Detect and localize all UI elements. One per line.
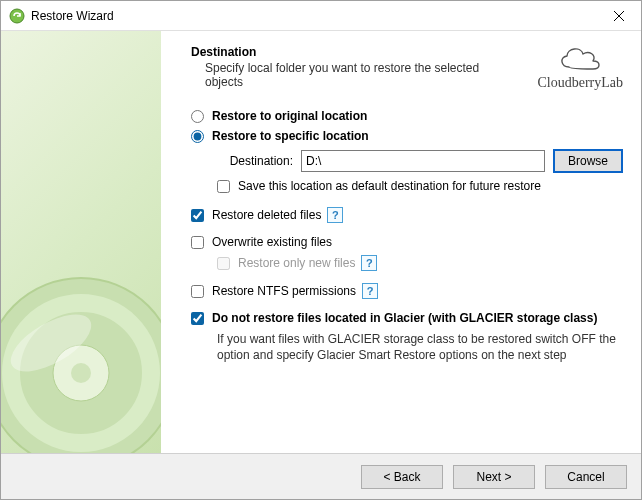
save-default-checkbox[interactable] — [217, 180, 230, 193]
glacier-skip-label: Do not restore files located in Glacier … — [212, 311, 597, 325]
glacier-note: If you want files with GLACIER storage c… — [217, 331, 623, 363]
next-button[interactable]: Next > — [453, 465, 535, 489]
radio-specific-row[interactable]: Restore to specific location — [191, 129, 623, 143]
restore-only-new-checkbox — [217, 257, 230, 270]
back-button[interactable]: < Back — [361, 465, 443, 489]
page-title: Destination — [191, 45, 537, 59]
destination-label: Destination: — [217, 154, 293, 168]
save-default-label: Save this location as default destinatio… — [238, 179, 541, 193]
brand-logo: CloudberryLab — [537, 41, 623, 91]
radio-original-label: Restore to original location — [212, 109, 367, 123]
restore-deleted-checkbox[interactable] — [191, 209, 204, 222]
overwrite-row[interactable]: Overwrite existing files — [191, 235, 623, 249]
save-default-row[interactable]: Save this location as default destinatio… — [217, 179, 623, 193]
options-group: Restore to original location Restore to … — [191, 109, 623, 363]
restore-ntfs-row[interactable]: Restore NTFS permissions ? — [191, 283, 623, 299]
page-subtitle: Specify local folder you want to restore… — [205, 61, 485, 89]
cancel-button[interactable]: Cancel — [545, 465, 627, 489]
radio-specific-label: Restore to specific location — [212, 129, 369, 143]
restore-only-new-row: Restore only new files ? — [217, 255, 623, 271]
browse-button[interactable]: Browse — [553, 149, 623, 173]
window-title: Restore Wizard — [31, 9, 596, 23]
help-icon[interactable]: ? — [362, 283, 378, 299]
help-icon[interactable]: ? — [327, 207, 343, 223]
footer: < Back Next > Cancel — [1, 453, 641, 499]
disc-icon — [1, 263, 161, 453]
brand-name: CloudberryLab — [537, 75, 623, 91]
cloud-icon — [537, 43, 623, 73]
radio-original[interactable] — [191, 110, 204, 123]
radio-specific[interactable] — [191, 130, 204, 143]
help-icon[interactable]: ? — [361, 255, 377, 271]
titlebar: Restore Wizard — [1, 1, 641, 31]
radio-original-row[interactable]: Restore to original location — [191, 109, 623, 123]
app-icon — [9, 8, 25, 24]
main-panel: Destination Specify local folder you wan… — [161, 31, 641, 453]
restore-ntfs-checkbox[interactable] — [191, 285, 204, 298]
body-area: Destination Specify local folder you wan… — [1, 31, 641, 453]
close-button[interactable] — [596, 1, 641, 31]
restore-deleted-label: Restore deleted files — [212, 208, 321, 222]
overwrite-checkbox[interactable] — [191, 236, 204, 249]
destination-row: Destination: Browse — [217, 149, 623, 173]
glacier-skip-row[interactable]: Do not restore files located in Glacier … — [191, 311, 623, 325]
restore-ntfs-label: Restore NTFS permissions — [212, 284, 356, 298]
overwrite-label: Overwrite existing files — [212, 235, 332, 249]
glacier-skip-checkbox[interactable] — [191, 312, 204, 325]
destination-input[interactable] — [301, 150, 545, 172]
close-icon — [614, 11, 624, 21]
restore-only-new-label: Restore only new files — [238, 256, 355, 270]
restore-deleted-row[interactable]: Restore deleted files ? — [191, 207, 623, 223]
svg-point-6 — [71, 363, 91, 383]
sidebar-image — [1, 31, 161, 453]
